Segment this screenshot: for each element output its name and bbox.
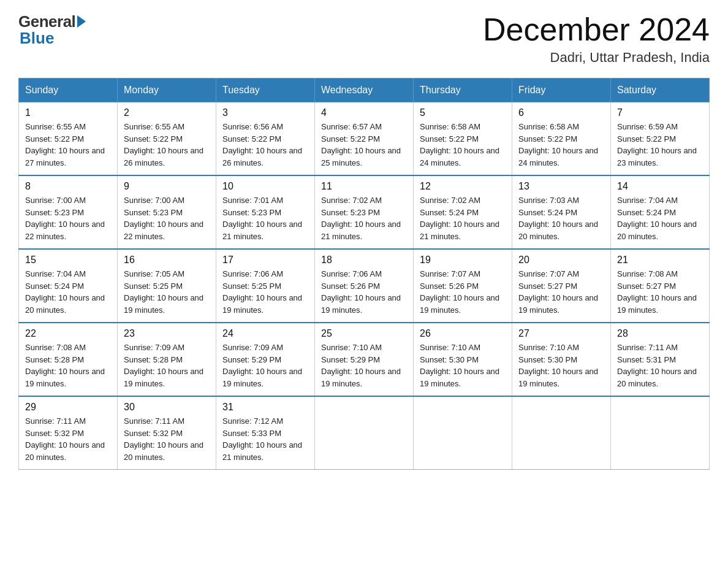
calendar-cell: 21Sunrise: 7:08 AMSunset: 5:27 PMDayligh… — [611, 249, 710, 323]
day-info: Sunrise: 6:57 AMSunset: 5:22 PMDaylight:… — [321, 121, 407, 169]
day-number: 28 — [617, 328, 703, 339]
day-info: Sunrise: 7:12 AMSunset: 5:33 PMDaylight:… — [222, 415, 308, 463]
day-number: 4 — [321, 107, 407, 118]
calendar-week-row: 15Sunrise: 7:04 AMSunset: 5:24 PMDayligh… — [19, 249, 710, 323]
day-info: Sunrise: 7:07 AMSunset: 5:27 PMDaylight:… — [518, 268, 604, 316]
day-number: 20 — [518, 255, 604, 266]
weekday-header-tuesday: Tuesday — [216, 79, 315, 102]
day-number: 26 — [420, 328, 506, 339]
weekday-header-thursday: Thursday — [414, 79, 512, 102]
day-number: 8 — [25, 181, 111, 192]
day-number: 21 — [617, 255, 703, 266]
calendar-cell: 3Sunrise: 6:56 AMSunset: 5:22 PMDaylight… — [216, 102, 315, 176]
day-number: 5 — [420, 107, 506, 118]
day-number: 11 — [321, 181, 407, 192]
day-number: 29 — [25, 402, 111, 413]
day-info: Sunrise: 7:09 AMSunset: 5:28 PMDaylight:… — [124, 342, 210, 389]
day-info: Sunrise: 7:04 AMSunset: 5:24 PMDaylight:… — [25, 268, 111, 316]
calendar-cell: 2Sunrise: 6:55 AMSunset: 5:22 PMDaylight… — [118, 102, 216, 176]
day-info: Sunrise: 7:00 AMSunset: 5:23 PMDaylight:… — [124, 194, 210, 242]
day-info: Sunrise: 6:58 AMSunset: 5:22 PMDaylight:… — [518, 121, 604, 169]
calendar-cell: 1Sunrise: 6:55 AMSunset: 5:22 PMDaylight… — [19, 102, 118, 176]
calendar-cell: 13Sunrise: 7:03 AMSunset: 5:24 PMDayligh… — [512, 175, 611, 249]
weekday-header-row: SundayMondayTuesdayWednesdayThursdayFrid… — [19, 79, 710, 102]
location-subtitle: Dadri, Uttar Pradesh, India — [483, 50, 710, 66]
logo: General Blue — [18, 12, 86, 48]
day-info: Sunrise: 7:08 AMSunset: 5:27 PMDaylight:… — [617, 268, 703, 316]
day-info: Sunrise: 7:10 AMSunset: 5:30 PMDaylight:… — [420, 342, 506, 389]
weekday-header-monday: Monday — [118, 79, 216, 102]
logo-blue-text: Blue — [20, 29, 54, 48]
calendar-cell: 25Sunrise: 7:10 AMSunset: 5:29 PMDayligh… — [315, 323, 414, 396]
day-info: Sunrise: 7:10 AMSunset: 5:30 PMDaylight:… — [518, 342, 604, 389]
calendar-cell: 12Sunrise: 7:02 AMSunset: 5:24 PMDayligh… — [414, 175, 512, 249]
day-info: Sunrise: 7:02 AMSunset: 5:24 PMDaylight:… — [420, 194, 506, 242]
calendar-cell: 6Sunrise: 6:58 AMSunset: 5:22 PMDaylight… — [512, 102, 611, 176]
day-number: 12 — [420, 181, 506, 192]
day-number: 30 — [124, 402, 210, 413]
calendar-cell: 14Sunrise: 7:04 AMSunset: 5:24 PMDayligh… — [611, 175, 710, 249]
day-info: Sunrise: 7:04 AMSunset: 5:24 PMDaylight:… — [617, 194, 703, 242]
calendar-cell: 11Sunrise: 7:02 AMSunset: 5:23 PMDayligh… — [315, 175, 414, 249]
day-number: 9 — [124, 181, 210, 192]
day-info: Sunrise: 7:06 AMSunset: 5:26 PMDaylight:… — [321, 268, 407, 316]
day-number: 7 — [617, 107, 703, 118]
day-info: Sunrise: 7:09 AMSunset: 5:29 PMDaylight:… — [222, 342, 308, 389]
day-number: 14 — [617, 181, 703, 192]
calendar-cell: 26Sunrise: 7:10 AMSunset: 5:30 PMDayligh… — [414, 323, 512, 396]
day-number: 25 — [321, 328, 407, 339]
calendar-cell: 4Sunrise: 6:57 AMSunset: 5:22 PMDaylight… — [315, 102, 414, 176]
calendar-cell: 18Sunrise: 7:06 AMSunset: 5:26 PMDayligh… — [315, 249, 414, 323]
calendar-cell: 31Sunrise: 7:12 AMSunset: 5:33 PMDayligh… — [216, 396, 315, 470]
calendar-cell: 27Sunrise: 7:10 AMSunset: 5:30 PMDayligh… — [512, 323, 611, 396]
day-number: 19 — [420, 255, 506, 266]
weekday-header-friday: Friday — [512, 79, 611, 102]
day-info: Sunrise: 7:11 AMSunset: 5:31 PMDaylight:… — [617, 342, 703, 389]
calendar-week-row: 1Sunrise: 6:55 AMSunset: 5:22 PMDaylight… — [19, 102, 710, 176]
calendar-cell: 15Sunrise: 7:04 AMSunset: 5:24 PMDayligh… — [19, 249, 118, 323]
day-info: Sunrise: 6:58 AMSunset: 5:22 PMDaylight:… — [420, 121, 506, 169]
weekday-header-wednesday: Wednesday — [315, 79, 414, 102]
day-info: Sunrise: 7:05 AMSunset: 5:25 PMDaylight:… — [124, 268, 210, 316]
title-section: December 2024 Dadri, Uttar Pradesh, Indi… — [483, 12, 710, 66]
calendar-cell: 22Sunrise: 7:08 AMSunset: 5:28 PMDayligh… — [19, 323, 118, 396]
calendar-week-row: 8Sunrise: 7:00 AMSunset: 5:23 PMDaylight… — [19, 175, 710, 249]
day-number: 24 — [222, 328, 308, 339]
page-header: General Blue December 2024 Dadri, Uttar … — [18, 12, 710, 66]
calendar-cell: 10Sunrise: 7:01 AMSunset: 5:23 PMDayligh… — [216, 175, 315, 249]
calendar-cell — [611, 396, 710, 470]
calendar-cell: 29Sunrise: 7:11 AMSunset: 5:32 PMDayligh… — [19, 396, 118, 470]
calendar-cell: 5Sunrise: 6:58 AMSunset: 5:22 PMDaylight… — [414, 102, 512, 176]
day-info: Sunrise: 7:00 AMSunset: 5:23 PMDaylight:… — [25, 194, 111, 242]
day-number: 3 — [222, 107, 308, 118]
calendar-week-row: 22Sunrise: 7:08 AMSunset: 5:28 PMDayligh… — [19, 323, 710, 396]
calendar-cell: 8Sunrise: 7:00 AMSunset: 5:23 PMDaylight… — [19, 175, 118, 249]
day-number: 22 — [25, 328, 111, 339]
day-info: Sunrise: 7:11 AMSunset: 5:32 PMDaylight:… — [25, 415, 111, 463]
calendar-cell — [315, 396, 414, 470]
calendar-cell: 23Sunrise: 7:09 AMSunset: 5:28 PMDayligh… — [118, 323, 216, 396]
day-info: Sunrise: 7:11 AMSunset: 5:32 PMDaylight:… — [124, 415, 210, 463]
month-title: December 2024 — [483, 12, 710, 47]
logo-arrow-icon — [77, 15, 86, 28]
calendar-cell: 20Sunrise: 7:07 AMSunset: 5:27 PMDayligh… — [512, 249, 611, 323]
calendar-cell: 7Sunrise: 6:59 AMSunset: 5:22 PMDaylight… — [611, 102, 710, 176]
calendar-cell: 9Sunrise: 7:00 AMSunset: 5:23 PMDaylight… — [118, 175, 216, 249]
calendar-cell: 30Sunrise: 7:11 AMSunset: 5:32 PMDayligh… — [118, 396, 216, 470]
day-number: 16 — [124, 255, 210, 266]
day-number: 13 — [518, 181, 604, 192]
weekday-header-saturday: Saturday — [611, 79, 710, 102]
day-info: Sunrise: 7:02 AMSunset: 5:23 PMDaylight:… — [321, 194, 407, 242]
day-number: 18 — [321, 255, 407, 266]
calendar-cell: 19Sunrise: 7:07 AMSunset: 5:26 PMDayligh… — [414, 249, 512, 323]
day-number: 23 — [124, 328, 210, 339]
calendar-cell: 17Sunrise: 7:06 AMSunset: 5:25 PMDayligh… — [216, 249, 315, 323]
calendar-cell — [414, 396, 512, 470]
day-number: 17 — [222, 255, 308, 266]
day-info: Sunrise: 7:06 AMSunset: 5:25 PMDaylight:… — [222, 268, 308, 316]
day-info: Sunrise: 6:55 AMSunset: 5:22 PMDaylight:… — [25, 121, 111, 169]
day-number: 2 — [124, 107, 210, 118]
day-info: Sunrise: 7:08 AMSunset: 5:28 PMDaylight:… — [25, 342, 111, 389]
day-info: Sunrise: 7:10 AMSunset: 5:29 PMDaylight:… — [321, 342, 407, 389]
calendar-cell: 16Sunrise: 7:05 AMSunset: 5:25 PMDayligh… — [118, 249, 216, 323]
